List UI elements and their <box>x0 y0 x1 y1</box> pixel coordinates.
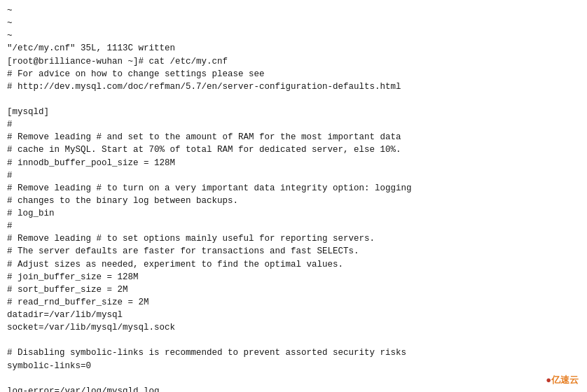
terminal-line: ~ <box>7 29 580 42</box>
terminal-line: "/etc/my.cnf" 35L, 1113C written <box>7 42 580 55</box>
terminal-line: ~ <box>7 4 580 17</box>
terminal-line: log-error=/var/log/mysqld.log <box>7 385 580 392</box>
terminal-line: # The server defaults are faster for tra… <box>7 245 580 258</box>
terminal-line: # innodb_buffer_pool_size = 128M <box>7 157 580 169</box>
terminal-line: # <box>7 220 580 232</box>
terminal-line: ~ <box>7 17 580 29</box>
terminal-line: # Remove leading # to turn on a very imp… <box>7 182 580 195</box>
terminal-line: # Remove leading # to set options mainly… <box>7 232 580 245</box>
terminal-line: # changes to the binary log between back… <box>7 195 580 207</box>
terminal-line: # cache in MySQL. Start at 70% of total … <box>7 144 580 156</box>
terminal-line: # Disabling symbolic-links is recommende… <box>7 346 580 359</box>
terminal-line: # <box>7 118 580 131</box>
terminal-line: # Remove leading # and set to the amount… <box>7 131 580 144</box>
terminal-line: # http://dev.mysql.com/doc/refman/5.7/en… <box>7 80 580 93</box>
terminal-line <box>7 93 580 106</box>
terminal-content: ~~~"/etc/my.cnf" 35L, 1113C written[root… <box>7 4 580 392</box>
terminal-line: socket=/var/lib/mysql/mysql.sock <box>7 321 580 334</box>
terminal-body[interactable]: ~~~"/etc/my.cnf" 35L, 1113C written[root… <box>0 0 587 392</box>
terminal-line: # log_bin <box>7 207 580 220</box>
terminal-line: # join_buffer_size = 128M <box>7 271 580 284</box>
terminal-line <box>7 372 580 385</box>
terminal-line: symbolic-links=0 <box>7 360 580 372</box>
terminal-line: # <box>7 169 580 182</box>
terminal-line: # read_rnd_buffer_size = 2M <box>7 296 580 309</box>
terminal-container: ~~~"/etc/my.cnf" 35L, 1113C written[root… <box>0 0 587 392</box>
terminal-line: # sort_buffer_size = 2M <box>7 284 580 296</box>
terminal-line: # Adjust sizes as needed, experiment to … <box>7 258 580 271</box>
terminal-line: [root@brilliance-wuhan ~]# cat /etc/my.c… <box>7 55 580 68</box>
terminal-line: [mysqld] <box>7 106 580 118</box>
terminal-line: # For advice on how to change settings p… <box>7 68 580 80</box>
watermark: ●亿速云 <box>546 374 579 386</box>
terminal-line <box>7 334 580 346</box>
terminal-line: datadir=/var/lib/mysql <box>7 309 580 321</box>
